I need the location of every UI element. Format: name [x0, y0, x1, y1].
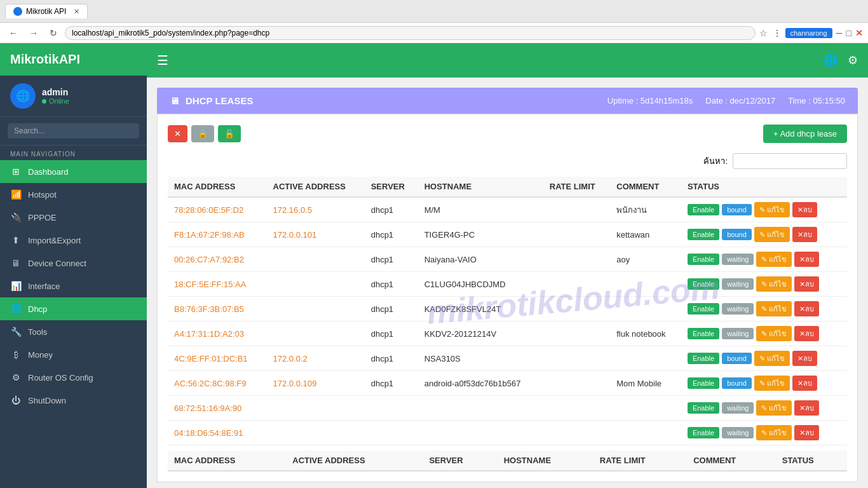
mac-address-link[interactable]: 18:CF:5E:FF:15:AA — [174, 280, 246, 289]
sidebar-item-dashboard[interactable]: ⊞ Dashboard — [0, 160, 147, 183]
enable-btn[interactable]: Enable — [688, 377, 719, 389]
enable-btn[interactable]: Enable — [688, 353, 719, 364]
delete-row-btn[interactable]: ✕ลบ — [794, 252, 819, 267]
delete-row-btn[interactable]: ✕ลบ — [794, 425, 819, 440]
enable-btn[interactable]: Enable — [688, 427, 719, 438]
cell-active-address — [267, 272, 365, 297]
sidebar-item-device-connect[interactable]: 🖥 Device Connect — [0, 252, 147, 274]
delete-btn[interactable]: ✕ — [168, 125, 187, 142]
status-waiting-btn[interactable]: waiting — [722, 328, 754, 339]
search-field[interactable] — [733, 153, 847, 169]
status-waiting-btn[interactable]: waiting — [722, 402, 754, 414]
sidebar-user: 🌐 admin Online — [0, 76, 147, 117]
tab-close-btn[interactable]: ✕ — [74, 8, 79, 16]
user-button[interactable]: channarong — [785, 28, 832, 38]
mac-address-link[interactable]: A4:17:31:1D:A2:03 — [174, 329, 244, 339]
sidebar-item-pppoe[interactable]: 🔌 PPPOE — [0, 206, 147, 229]
delete-row-btn[interactable]: ✕ลบ — [792, 376, 817, 391]
sidebar-item-router-os-config[interactable]: ⚙ Router OS Config — [0, 366, 147, 389]
dhcp-table: MAC ADDRESS ACTIVE ADDRESS SERVER HOSTNA… — [168, 177, 847, 445]
status-waiting-btn[interactable]: waiting — [722, 303, 754, 315]
delete-row-btn[interactable]: ✕ลบ — [792, 202, 817, 217]
delete-row-btn[interactable]: ✕ลบ — [794, 301, 819, 316]
sidebar-item-hotspot[interactable]: 📶 Hotspot — [0, 183, 147, 206]
status-waiting-btn[interactable]: waiting — [722, 254, 754, 265]
settings-gear-icon[interactable]: ⚙ — [848, 53, 858, 67]
cell-server: dhcp1 — [365, 272, 418, 297]
refresh-btn[interactable]: ↻ — [46, 27, 61, 39]
enable-btn[interactable]: Enable — [688, 328, 719, 339]
edit-btn[interactable]: ✎ แก้ไข — [756, 400, 792, 416]
minimize-icon[interactable]: ─ — [836, 28, 843, 38]
status-bound-btn[interactable]: bound — [722, 204, 752, 215]
edit-btn[interactable]: ✎ แก้ไข — [756, 425, 792, 440]
add-dhcp-lease-btn[interactable]: + Add dhcp lease — [763, 125, 847, 143]
mac-address-link[interactable]: 00:26:C7:A7:92:B2 — [174, 255, 244, 264]
maximize-icon[interactable]: □ — [846, 28, 851, 38]
content-area: mikrotikcloud.com 🖥 DHCP LEASES Uptime :… — [147, 78, 868, 488]
status-bound-btn[interactable]: bound — [722, 377, 752, 389]
mac-address-link[interactable]: 04:18:D6:54:8E:91 — [174, 428, 243, 438]
footer-col-hostname: HOSTNAME — [498, 451, 593, 471]
status-waiting-btn[interactable]: waiting — [722, 427, 754, 438]
mac-address-link[interactable]: 4C:9E:FF:01:DC:B1 — [174, 354, 248, 363]
edit-btn[interactable]: ✎ แก้ไข — [756, 276, 792, 292]
enable-btn[interactable]: Enable — [688, 229, 719, 240]
sidebar-item-tools[interactable]: 🔧 Tools — [0, 320, 147, 343]
delete-row-btn[interactable]: ✕ลบ — [794, 326, 819, 341]
delete-row-btn[interactable]: ✕ลบ — [794, 400, 819, 416]
bookmark-icon[interactable]: ☆ — [759, 28, 768, 38]
mac-address-link[interactable]: F8:1A:67:2F:98:AB — [174, 230, 245, 240]
cell-status: Enable bound ✎ แก้ไข ✕ลบ — [681, 222, 847, 247]
enable-btn[interactable]: Enable — [688, 278, 719, 290]
mac-address-link[interactable]: 68:72:51:16:9A:90 — [174, 403, 241, 413]
sidebar-item-dhcp[interactable]: 🌐 Dhcp — [0, 297, 147, 320]
browser-tab[interactable]: Mikrotik API ✕ — [5, 4, 88, 18]
cell-status: Enable waiting ✎ แก้ไข ✕ลบ — [681, 272, 847, 297]
close-icon[interactable]: ✕ — [855, 28, 863, 38]
sidebar-item-import-export[interactable]: ⬆ Import&Export — [0, 229, 147, 252]
lock-btn[interactable]: 🔒 — [191, 125, 214, 142]
sidebar-item-money[interactable]: ₿ Money — [0, 343, 147, 366]
edit-btn[interactable]: ✎ แก้ไข — [756, 301, 792, 316]
cell-comment — [610, 421, 681, 445]
cell-server: dhcp1 — [365, 297, 418, 322]
delete-row-btn[interactable]: ✕ลบ — [794, 276, 819, 292]
status-bound-btn[interactable]: bound — [722, 353, 752, 364]
cell-comment — [610, 272, 681, 297]
edit-btn[interactable]: ✎ แก้ไข — [754, 376, 790, 391]
unlock-btn[interactable]: 🔓 — [218, 125, 241, 142]
enable-btn[interactable]: Enable — [688, 303, 719, 315]
forward-btn[interactable]: → — [25, 27, 42, 39]
mac-address-link[interactable]: AC:56:2C:8C:98:F9 — [174, 379, 246, 388]
delete-row-btn[interactable]: ✕ลบ — [792, 351, 817, 366]
table-row: F8:1A:67:2F:98:AB 172.0.0.101 dhcp1 TIGE… — [168, 222, 847, 247]
status-waiting-btn[interactable]: waiting — [722, 278, 754, 290]
enable-btn[interactable]: Enable — [688, 204, 719, 215]
mac-address-link[interactable]: B8:76:3F:3B:07:B5 — [174, 304, 244, 314]
mac-address-link[interactable]: 78:28:06:0E:5F:D2 — [174, 205, 243, 215]
delete-row-btn[interactable]: ✕ลบ — [792, 227, 817, 242]
edit-btn[interactable]: ✎ แก้ไข — [754, 227, 790, 242]
cell-status: Enable waiting ✎ แก้ไข ✕ลบ — [681, 297, 847, 322]
nav-section-label: MAIN NAVIGATION — [0, 146, 147, 160]
status-bound-btn[interactable]: bound — [722, 229, 752, 240]
address-bar[interactable] — [65, 26, 756, 40]
sidebar-item-shutdown[interactable]: ⏻ ShutDown — [0, 389, 147, 412]
globe-icon[interactable]: 🌐 — [824, 53, 837, 67]
edit-btn[interactable]: ✎ แก้ไข — [756, 326, 792, 341]
edit-btn[interactable]: ✎ แก้ไข — [754, 202, 790, 217]
search-input[interactable] — [8, 123, 139, 139]
back-btn[interactable]: ← — [5, 27, 22, 39]
enable-btn[interactable]: Enable — [688, 402, 719, 414]
cell-comment: พนักงาน — [610, 197, 681, 222]
cell-mac: 68:72:51:16:9A:90 — [168, 396, 267, 421]
hamburger-menu[interactable]: ☰ — [157, 53, 168, 68]
cell-status: Enable waiting ✎ แก้ไข ✕ลบ — [681, 421, 847, 445]
footer-col-server: SERVER — [423, 451, 497, 471]
edit-btn[interactable]: ✎ แก้ไข — [754, 351, 790, 366]
sidebar-item-interface[interactable]: 📊 Interface — [0, 274, 147, 297]
settings-icon[interactable]: ⋮ — [773, 28, 782, 38]
enable-btn[interactable]: Enable — [688, 254, 719, 265]
edit-btn[interactable]: ✎ แก้ไข — [756, 252, 792, 267]
